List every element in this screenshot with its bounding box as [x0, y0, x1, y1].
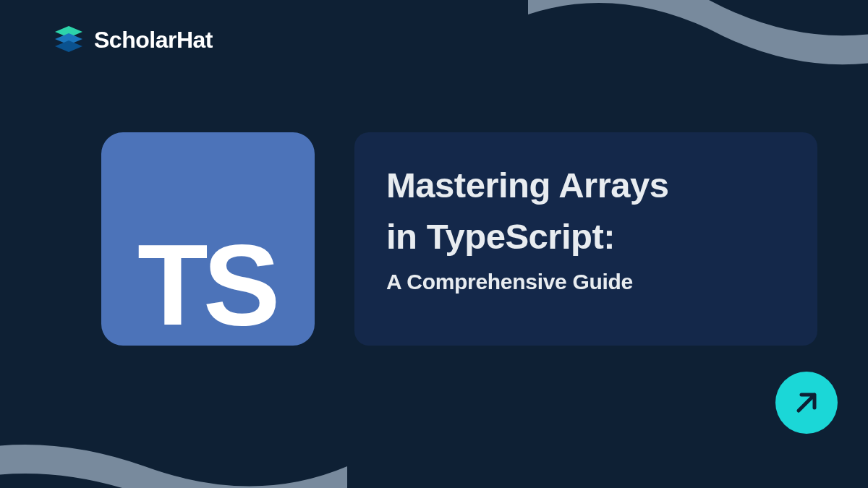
content-title: Mastering Arrays in TypeScript:	[386, 160, 786, 262]
content-panel: Mastering Arrays in TypeScript: A Compre…	[354, 132, 817, 346]
typescript-badge-text: TS	[137, 227, 275, 343]
brand-name: ScholarHat	[94, 27, 213, 53]
title-line-2: in TypeScript:	[386, 217, 615, 256]
decorative-curve-bottom	[0, 394, 347, 488]
brand-logo: ScholarHat	[52, 23, 213, 56]
arrow-button[interactable]	[775, 372, 838, 434]
title-line-1: Mastering Arrays	[386, 166, 669, 205]
arrow-up-right-icon	[791, 388, 822, 418]
content-subtitle: A Comprehensive Guide	[386, 270, 786, 294]
brand-icon	[52, 23, 85, 56]
typescript-badge: TS	[101, 132, 315, 346]
decorative-curve-top	[528, 0, 868, 116]
